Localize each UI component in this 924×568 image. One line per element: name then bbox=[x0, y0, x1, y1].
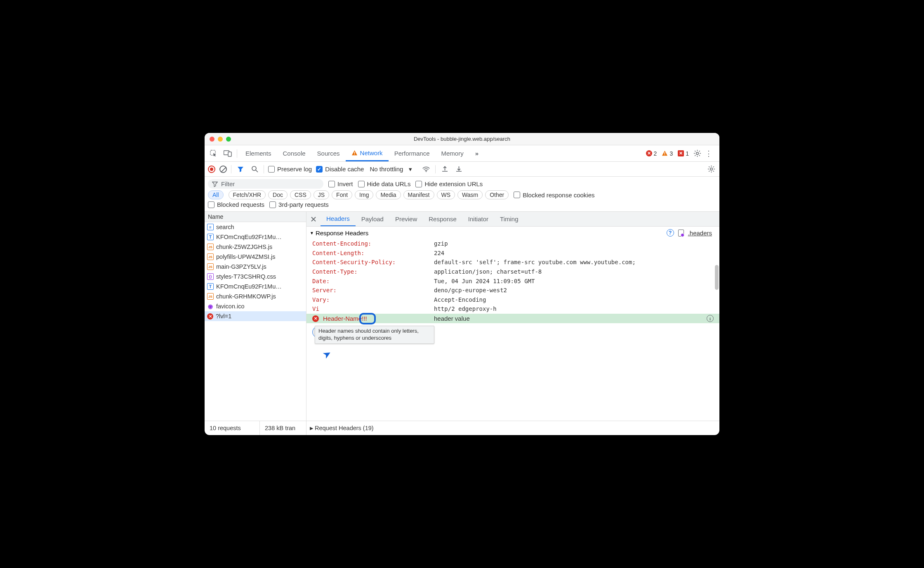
inspect-icon[interactable] bbox=[209, 149, 219, 159]
headers-file-link[interactable]: .headers bbox=[688, 230, 712, 237]
blocked-cookies-checkbox[interactable]: Blocked response cookies bbox=[514, 192, 594, 199]
disable-cache-checkbox[interactable]: Disable cache bbox=[316, 166, 364, 173]
device-icon[interactable] bbox=[223, 149, 233, 159]
third-party-checkbox[interactable]: 3rd-party requests bbox=[269, 201, 329, 208]
clear-button[interactable] bbox=[219, 166, 227, 173]
pill-wasm[interactable]: Wasm bbox=[457, 190, 483, 199]
tab-memory[interactable]: Memory bbox=[436, 145, 469, 161]
search-icon[interactable] bbox=[250, 164, 259, 174]
gear-icon[interactable] bbox=[692, 149, 702, 159]
svg-rect-6 bbox=[665, 154, 665, 155]
header-name: Vary: bbox=[312, 296, 434, 303]
edited-header-value[interactable]: header value bbox=[434, 315, 707, 322]
request-row[interactable]: chunk-GRHMKOWP.js bbox=[205, 291, 306, 301]
request-headers-section[interactable]: ▶ Request Headers (19) bbox=[306, 425, 374, 431]
svg-point-8 bbox=[252, 166, 256, 170]
kebab-icon[interactable]: ⋮ bbox=[704, 149, 714, 159]
pill-css[interactable]: CSS bbox=[290, 190, 311, 199]
header-row[interactable]: Date:Tue, 04 Jun 2024 11:09:05 GMT bbox=[312, 276, 719, 286]
header-row[interactable]: Content-Security-Policy:default-src 'sel… bbox=[312, 258, 719, 267]
minimize-window[interactable] bbox=[218, 137, 223, 142]
header-value: deno/gcp-europe-west2 bbox=[434, 287, 719, 293]
request-row[interactable]: KFOmCnqEu92Fr1Mu… bbox=[205, 232, 306, 242]
request-row[interactable]: main-G3PZY5LV.js bbox=[205, 262, 306, 272]
header-row[interactable]: Vary:Accept-Encoding bbox=[312, 295, 719, 305]
edited-header-row[interactable]: ✕ Header-Name!!! header value i bbox=[306, 314, 719, 324]
filter-toggle-icon[interactable] bbox=[236, 164, 245, 174]
header-row[interactable]: Vihttp/2 edgeproxy-h bbox=[312, 304, 719, 314]
edited-header-name[interactable]: Header-Name!!! bbox=[323, 315, 434, 322]
errors-badge[interactable]: ✕2 bbox=[644, 150, 659, 157]
scrollbar[interactable] bbox=[715, 265, 719, 290]
svg-line-9 bbox=[256, 170, 258, 172]
pill-js[interactable]: JS bbox=[314, 190, 329, 199]
header-row[interactable]: Server:deno/gcp-europe-west2 bbox=[312, 286, 719, 295]
network-conditions-icon[interactable] bbox=[421, 164, 431, 174]
header-row[interactable]: Content-Length:224 bbox=[312, 248, 719, 258]
panel-settings-icon[interactable] bbox=[706, 164, 716, 174]
tab-elements[interactable]: Elements bbox=[240, 145, 277, 161]
request-row[interactable]: polyfills-UPW4ZMSI.js bbox=[205, 252, 306, 262]
hide-data-urls-checkbox[interactable]: Hide data URLs bbox=[358, 180, 411, 187]
response-headers-section[interactable]: ▼ Response Headers ? .headers bbox=[306, 227, 719, 239]
throttling-select[interactable]: No throttling ▾ bbox=[368, 166, 417, 173]
request-row[interactable]: favicon.ico bbox=[205, 301, 306, 311]
dtab-response[interactable]: Response bbox=[423, 212, 462, 226]
issues-badge[interactable]: ✕1 bbox=[676, 150, 691, 157]
close-detail-button[interactable] bbox=[306, 212, 321, 226]
status-requests: 10 requests bbox=[205, 421, 260, 435]
record-button[interactable] bbox=[208, 166, 215, 173]
doc-icon bbox=[207, 224, 214, 230]
invert-checkbox[interactable]: Invert bbox=[328, 180, 353, 187]
blocked-requests-checkbox[interactable]: Blocked requests bbox=[208, 201, 264, 208]
pill-all[interactable]: All bbox=[208, 190, 224, 199]
close-window[interactable] bbox=[210, 137, 214, 142]
filter-input[interactable]: Filter bbox=[208, 179, 323, 189]
header-name: Content-Security-Policy: bbox=[312, 259, 434, 265]
pill-fetchxhr[interactable]: Fetch/XHR bbox=[229, 190, 266, 199]
js-icon bbox=[207, 263, 214, 270]
zoom-window[interactable] bbox=[226, 137, 231, 142]
request-row[interactable]: search bbox=[205, 222, 306, 232]
download-icon[interactable] bbox=[454, 164, 464, 174]
request-row[interactable]: KFOmCnqEu92Fr1Mu… bbox=[205, 282, 306, 291]
header-row[interactable]: Content-Encoding:gzip bbox=[312, 239, 719, 248]
dtab-payload[interactable]: Payload bbox=[356, 212, 389, 226]
dtab-initiator[interactable]: Initiator bbox=[462, 212, 494, 226]
filter-bar: Filter Invert Hide data URLs Hide extens… bbox=[205, 177, 719, 212]
request-name: favicon.ico bbox=[216, 303, 245, 310]
header-value: Accept-Encoding bbox=[434, 296, 719, 303]
pill-media[interactable]: Media bbox=[376, 190, 401, 199]
font-icon bbox=[207, 234, 214, 240]
preserve-log-checkbox[interactable]: Preserve log bbox=[268, 166, 312, 173]
warnings-badge[interactable]: 3 bbox=[660, 150, 674, 157]
svg-rect-2 bbox=[228, 152, 231, 156]
tab-console[interactable]: Console bbox=[277, 145, 311, 161]
request-column-header[interactable]: Name bbox=[205, 212, 306, 222]
request-name: chunk-Z5WZJGHS.js bbox=[216, 244, 272, 250]
tab-sources[interactable]: Sources bbox=[311, 145, 346, 161]
request-row[interactable]: ?lvl=1 bbox=[205, 311, 306, 321]
dtab-headers[interactable]: Headers bbox=[321, 212, 356, 226]
info-icon[interactable]: i bbox=[707, 315, 714, 322]
tab-performance[interactable]: Performance bbox=[389, 145, 436, 161]
hide-extension-urls-checkbox[interactable]: Hide extension URLs bbox=[415, 180, 483, 187]
request-row[interactable]: styles-T73CSHRQ.css bbox=[205, 272, 306, 282]
pill-ws[interactable]: WS bbox=[437, 190, 455, 199]
tab-network[interactable]: Network bbox=[346, 145, 389, 161]
help-icon[interactable]: ? bbox=[667, 229, 674, 237]
pill-img[interactable]: Img bbox=[355, 190, 373, 199]
dtab-preview[interactable]: Preview bbox=[389, 212, 423, 226]
pill-font[interactable]: Font bbox=[332, 190, 352, 199]
header-value: application/json; charset=utf-8 bbox=[434, 268, 719, 275]
overrides-file-icon[interactable] bbox=[678, 230, 684, 237]
more-tabs[interactable]: » bbox=[469, 145, 485, 161]
pill-doc[interactable]: Doc bbox=[268, 190, 288, 199]
dtab-timing[interactable]: Timing bbox=[494, 212, 524, 226]
remove-header-button[interactable]: ✕ bbox=[312, 315, 319, 322]
request-row[interactable]: chunk-Z5WZJGHS.js bbox=[205, 242, 306, 252]
pill-other[interactable]: Other bbox=[485, 190, 509, 199]
header-row[interactable]: Content-Type:application/json; charset=u… bbox=[312, 267, 719, 277]
pill-manifest[interactable]: Manifest bbox=[403, 190, 434, 199]
upload-icon[interactable] bbox=[440, 164, 450, 174]
